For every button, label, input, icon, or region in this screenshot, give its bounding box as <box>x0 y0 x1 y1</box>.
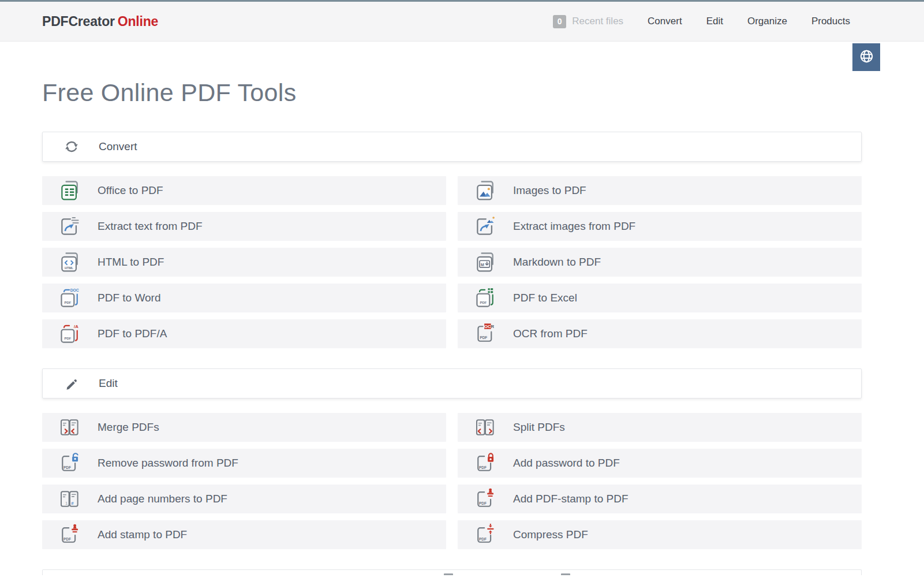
tool-item[interactable]: PDF Add PDF-stamp to PDF <box>458 485 862 513</box>
nav-item-convert[interactable]: Convert <box>648 16 682 27</box>
tool-label: Add PDF-stamp to PDF <box>513 493 629 505</box>
tool-label: Markdown to PDF <box>513 256 601 269</box>
svg-text:1: 1 <box>65 501 68 506</box>
sync-icon <box>63 139 80 155</box>
tool-section: Convert Office to PDF Images to PDF Extr… <box>42 132 862 348</box>
tool-label: Split PDFs <box>513 421 565 434</box>
svg-text:DOC: DOC <box>70 288 79 292</box>
tool-item[interactable]: PDF Add password to PDF <box>458 449 862 478</box>
html-document-icon: HTML <box>57 249 83 275</box>
svg-text:PDF: PDF <box>479 465 487 470</box>
tool-item[interactable]: Split PDFs <box>458 413 862 442</box>
tool-item[interactable]: Images to PDF <box>458 176 862 205</box>
tool-item[interactable]: Merge PDFs <box>42 413 446 442</box>
tool-label: PDF to Word <box>98 292 160 304</box>
language-button[interactable] <box>852 43 880 71</box>
svg-text:PDF: PDF <box>64 337 71 340</box>
section-label: Convert <box>99 140 137 153</box>
stamp-icon: PDF <box>57 522 83 547</box>
extract-images-icon <box>473 214 498 239</box>
ocr-icon: OC R PDF <box>473 321 498 346</box>
svg-text:PDF: PDF <box>63 465 71 470</box>
tool-label: Office to PDF <box>98 184 163 197</box>
tool-item[interactable]: PDF PDF to Excel <box>458 284 862 312</box>
tool-label: HTML to PDF <box>98 256 164 269</box>
tool-label: Add stamp to PDF <box>98 528 187 541</box>
svg-text:#: # <box>71 501 74 506</box>
pdf-to-word-icon: DOC PDF <box>57 285 83 311</box>
section-header[interactable]: Edit <box>42 368 862 398</box>
partial-icon-fragment <box>444 573 453 575</box>
page-numbers-icon: 1 # <box>57 486 83 512</box>
logo-text-primary: PDFCreator <box>42 14 115 29</box>
tool-item[interactable]: OC R PDF OCR from PDF <box>458 319 862 348</box>
tool-grid: Office to PDF Images to PDF Extract text… <box>42 176 862 348</box>
tool-item[interactable]: PDF Compress PDF <box>458 520 862 549</box>
app-header: PDFCreatorOnline 0 Recent files Convert … <box>0 2 924 42</box>
partial-icon-fragment <box>561 573 570 575</box>
tool-item[interactable]: 1 # Add page numbers to PDF <box>42 485 446 513</box>
tool-item[interactable]: Office to PDF <box>42 176 446 205</box>
tool-sections: Convert Office to PDF Images to PDF Extr… <box>42 132 862 549</box>
partial-next-section-card <box>42 569 862 575</box>
svg-text:/A: /A <box>74 324 78 329</box>
nav-item-organize[interactable]: Organize <box>747 16 787 27</box>
split-pages-icon <box>473 415 498 440</box>
markdown-document-icon: M <box>473 249 498 275</box>
pdf-to-pdfa-icon: /A PDF <box>57 321 83 346</box>
unlock-icon: PDF <box>57 450 83 476</box>
section-label: Edit <box>99 377 118 390</box>
tool-label: Extract images from PDF <box>513 220 635 233</box>
tool-item[interactable]: PDF Add stamp to PDF <box>42 520 446 549</box>
svg-text:PDF: PDF <box>63 537 71 541</box>
recent-files-label: Recent files <box>572 16 623 27</box>
tool-label: Images to PDF <box>513 184 586 197</box>
main-content: Free Online PDF Tools Convert Office to … <box>42 78 862 575</box>
svg-text:PDF: PDF <box>479 537 487 541</box>
logo-text-accent: Online <box>118 14 158 29</box>
lock-icon: PDF <box>473 450 498 476</box>
tool-label: Compress PDF <box>513 528 588 541</box>
tool-section: Edit Merge PDFs Split PDFs PDF Remove pa… <box>42 368 862 549</box>
tool-item[interactable]: Extract images from PDF <box>458 212 862 241</box>
section-header[interactable]: Convert <box>42 132 862 162</box>
svg-text:HTML: HTML <box>65 266 74 270</box>
tool-label: Add page numbers to PDF <box>98 493 227 505</box>
office-document-icon <box>57 178 83 203</box>
tool-grid: Merge PDFs Split PDFs PDF Remove passwor… <box>42 413 862 549</box>
tool-label: OCR from PDF <box>513 327 588 340</box>
svg-text:PDF: PDF <box>479 501 487 505</box>
tool-label: Merge PDFs <box>98 421 159 434</box>
compress-icon: PDF <box>473 522 498 547</box>
tool-item[interactable]: HTML HTML to PDF <box>42 248 446 277</box>
tool-item[interactable]: Extract text from PDF <box>42 212 446 241</box>
svg-text:PDF: PDF <box>480 301 487 304</box>
tool-label: Remove password from PDF <box>98 457 238 470</box>
tool-label: Extract text from PDF <box>98 220 203 233</box>
recent-files-badge: 0 <box>553 15 566 28</box>
globe-icon <box>859 49 874 66</box>
nav-recent-files[interactable]: 0 Recent files <box>553 15 623 28</box>
page-title: Free Online PDF Tools <box>42 78 862 107</box>
tool-item[interactable]: /A PDF PDF to PDF/A <box>42 319 446 348</box>
nav-item-products[interactable]: Products <box>811 16 850 27</box>
nav-item-edit[interactable]: Edit <box>706 16 723 27</box>
svg-text:PDF: PDF <box>480 336 487 340</box>
logo[interactable]: PDFCreatorOnline <box>42 14 158 29</box>
images-icon <box>473 178 498 203</box>
svg-text:PDF: PDF <box>64 301 71 304</box>
pencil-icon <box>63 375 80 392</box>
tool-label: Add password to PDF <box>513 457 620 470</box>
main-nav: 0 Recent files Convert Edit Organize Pro… <box>553 15 850 28</box>
svg-text:M: M <box>481 262 484 267</box>
extract-text-icon <box>57 214 83 239</box>
tool-item[interactable]: PDF Remove password from PDF <box>42 449 446 478</box>
tool-item[interactable]: M Markdown to PDF <box>458 248 862 277</box>
pdf-to-excel-icon: PDF <box>473 285 498 311</box>
pdf-stamp-icon: PDF <box>473 486 498 512</box>
tool-item[interactable]: DOC PDF PDF to Word <box>42 284 446 312</box>
tool-label: PDF to PDF/A <box>98 327 167 340</box>
svg-text:R: R <box>491 324 494 329</box>
tool-label: PDF to Excel <box>513 292 577 304</box>
svg-text:OC: OC <box>484 324 491 329</box>
